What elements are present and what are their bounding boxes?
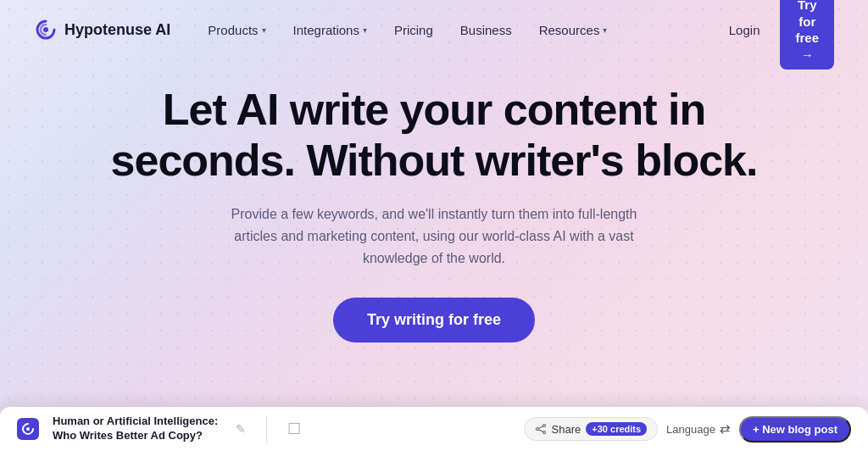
language-label: Language: [666, 423, 715, 436]
hero-cta-button[interactable]: Try writing for free: [333, 298, 535, 342]
translate-icon: ⇄: [720, 421, 731, 437]
preview-right-actions: Share +30 credits Language ⇄ + New blog …: [524, 416, 851, 443]
login-link[interactable]: Login: [717, 16, 772, 44]
preview-bar: Human or Artificial Intelligence: Who Wr…: [0, 407, 868, 451]
hero-subtext: Provide a few keywords, and we'll instan…: [214, 203, 654, 270]
svg-point-2: [542, 425, 545, 427]
language-selector[interactable]: Language ⇄: [666, 421, 731, 437]
preview-doc-title: Human or Artificial Intelligence: Who Wr…: [53, 415, 222, 443]
new-blog-post-button[interactable]: + New blog post: [739, 416, 851, 443]
svg-line-6: [538, 430, 542, 432]
chevron-down-icon: ▾: [603, 25, 607, 35]
logo[interactable]: Hypotenuse AI: [34, 18, 170, 42]
svg-point-3: [536, 428, 538, 431]
nav-item-integrations[interactable]: Integrations ▾: [281, 16, 379, 44]
navigation: Hypotenuse AI Products ▾ Integrations ▾ …: [0, 0, 868, 59]
logo-icon: [34, 18, 58, 42]
document-icon[interactable]: ☐: [287, 420, 301, 438]
nav-cta-button[interactable]: Try for free →: [780, 0, 834, 70]
edit-icon[interactable]: ✎: [236, 422, 246, 436]
page-wrapper: Hypotenuse AI Products ▾ Integrations ▾ …: [0, 0, 868, 451]
brand-name: Hypotenuse AI: [64, 21, 170, 39]
preview-logo-icon: [17, 418, 39, 440]
share-label: Share: [552, 423, 581, 436]
hero-section: Let AI write your content in seconds. Wi…: [0, 59, 868, 368]
preview-divider: [266, 415, 267, 443]
nav-item-resources[interactable]: Resources ▾: [527, 16, 620, 44]
nav-links: Products ▾ Integrations ▾ Pricing Busine…: [196, 16, 716, 44]
nav-item-business[interactable]: Business: [448, 16, 524, 44]
share-icon: [535, 423, 547, 435]
chevron-down-icon: ▾: [262, 25, 266, 35]
new-post-label: + New blog post: [753, 423, 837, 436]
chevron-down-icon: ▾: [363, 25, 367, 35]
svg-point-0: [43, 27, 48, 32]
svg-point-4: [542, 432, 545, 434]
svg-point-1: [26, 427, 30, 431]
hero-headline: Let AI write your content in seconds. Wi…: [86, 85, 782, 187]
share-button[interactable]: Share +30 credits: [524, 417, 659, 441]
svg-line-5: [538, 426, 542, 429]
credits-badge: +30 credits: [586, 422, 647, 436]
nav-item-products[interactable]: Products ▾: [196, 16, 277, 44]
nav-item-pricing[interactable]: Pricing: [382, 16, 445, 44]
